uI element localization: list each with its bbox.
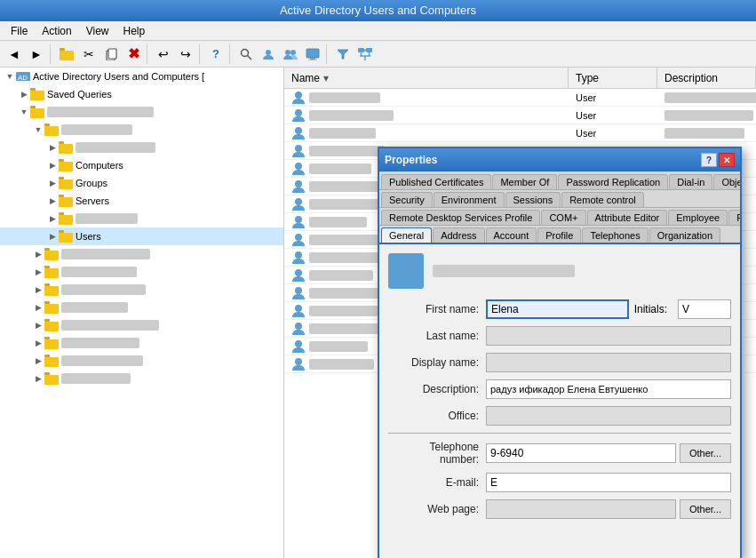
expand-extra8[interactable]: ▶ xyxy=(32,372,44,385)
undo-btn[interactable]: ↩ xyxy=(153,44,174,65)
tree-sub2[interactable]: ▶ xyxy=(0,139,283,156)
tab-account[interactable]: Account xyxy=(486,227,537,243)
expand-domain[interactable]: ▼ xyxy=(18,106,30,118)
forward-btn[interactable]: ► xyxy=(26,44,47,65)
tree-extra7[interactable]: ▶ xyxy=(0,352,283,370)
expand-computers[interactable]: ▶ xyxy=(46,159,59,171)
telephone-input[interactable] xyxy=(486,443,676,463)
tab-remote-control[interactable]: Remote control xyxy=(561,192,644,207)
expand-servers[interactable]: ▶ xyxy=(46,195,59,207)
tree-domain[interactable]: ▼ xyxy=(0,103,283,121)
tab-general[interactable]: General xyxy=(381,227,432,244)
expand-extra3[interactable]: ▶ xyxy=(32,283,44,296)
last-name-input[interactable] xyxy=(486,326,731,346)
tree-sub1[interactable]: ▼ xyxy=(0,121,283,139)
webpage-other-btn[interactable]: Other... xyxy=(680,499,731,519)
tab-environment[interactable]: Environment xyxy=(434,192,505,207)
new-user-btn[interactable] xyxy=(258,44,279,65)
expand-sub3[interactable]: ▶ xyxy=(46,212,59,225)
tab-remote-desktop-profile[interactable]: Remote Desktop Services Profile xyxy=(381,210,540,225)
webpage-input[interactable] xyxy=(486,499,676,519)
tree-computers[interactable]: ▶ Computers xyxy=(0,156,283,174)
expand-extra2[interactable]: ▶ xyxy=(32,266,44,278)
new-computer-btn[interactable] xyxy=(302,44,323,65)
folder-btn[interactable] xyxy=(56,44,77,65)
tree-extra1[interactable]: ▶ xyxy=(0,245,283,263)
tree-extra2[interactable]: ▶ xyxy=(0,263,283,281)
cut-btn[interactable]: ✂ xyxy=(78,44,99,65)
help-btn[interactable]: ? xyxy=(205,44,227,65)
tab-com-plus[interactable]: COM+ xyxy=(541,210,585,225)
tab-sessions[interactable]: Sessions xyxy=(505,192,561,207)
expand-groups[interactable]: ▶ xyxy=(46,177,59,189)
telephone-other-btn[interactable]: Other... xyxy=(680,443,731,463)
list-item[interactable]: User xyxy=(284,107,756,124)
delete-btn[interactable]: ✖ xyxy=(123,44,144,65)
dialog-help-btn[interactable]: ? xyxy=(701,153,717,167)
search-btn[interactable] xyxy=(235,44,257,65)
copy-btn[interactable] xyxy=(100,44,122,65)
tree-extra8[interactable]: ▶ xyxy=(0,370,283,387)
tree-saved-queries[interactable]: ▶ Saved Queries xyxy=(0,85,283,103)
tab-dial-in[interactable]: Dial-in xyxy=(669,174,712,189)
tab-address[interactable]: Address xyxy=(433,227,484,243)
svg-point-65 xyxy=(295,234,302,241)
tab-employee[interactable]: Employee xyxy=(668,210,728,225)
svg-rect-39 xyxy=(59,233,73,243)
expand-sq[interactable]: ▶ xyxy=(18,88,30,100)
svg-point-5 xyxy=(242,49,249,56)
expand-extra7[interactable]: ▶ xyxy=(32,355,44,367)
tree-sub3[interactable]: ▶ xyxy=(0,210,283,227)
expand-extra5[interactable]: ▶ xyxy=(32,319,44,331)
expand-icon[interactable]: ▼ xyxy=(4,70,16,83)
expand-extra1[interactable]: ▶ xyxy=(32,248,44,260)
tree-groups[interactable]: ▶ Groups xyxy=(0,174,283,192)
tab-object[interactable]: Object xyxy=(713,174,740,189)
expand-extra6[interactable]: ▶ xyxy=(32,337,44,349)
initials-input[interactable] xyxy=(678,299,731,319)
tree-servers[interactable]: ▶ Servers xyxy=(0,192,283,210)
col-header-description[interactable]: Description xyxy=(657,68,756,88)
row1-desc xyxy=(657,91,756,104)
menu-action[interactable]: Action xyxy=(35,23,78,39)
col-header-name[interactable]: Name ▾ xyxy=(284,68,569,88)
display-name-input[interactable] xyxy=(486,353,731,372)
tree-extra5[interactable]: ▶ xyxy=(0,316,283,334)
tab-password-replication[interactable]: Password Replication xyxy=(558,174,668,189)
email-input[interactable] xyxy=(486,473,731,492)
expand-users[interactable]: ▶ xyxy=(46,230,59,243)
tree-extra4[interactable]: ▶ xyxy=(0,299,283,316)
expand-extra4[interactable]: ▶ xyxy=(32,301,44,314)
svg-point-58 xyxy=(295,109,302,116)
list-item[interactable]: User xyxy=(284,124,756,142)
tab-published-certificates[interactable]: Published Certificates xyxy=(381,174,491,189)
tab-profile[interactable]: Profile xyxy=(537,227,581,243)
tab-member-of[interactable]: Member Of xyxy=(492,174,557,189)
expand-sub1[interactable]: ▼ xyxy=(32,124,44,136)
first-name-input[interactable] xyxy=(486,299,629,319)
filter-btn[interactable] xyxy=(332,44,354,65)
office-input[interactable] xyxy=(486,406,731,426)
tree-extra3[interactable]: ▶ xyxy=(0,281,283,299)
tree-users[interactable]: ▶ Users xyxy=(0,227,283,245)
dialog-close-btn[interactable]: ✕ xyxy=(719,153,735,167)
back-btn[interactable]: ◄ xyxy=(4,44,25,65)
tree-extra6[interactable]: ▶ xyxy=(0,334,283,352)
expand-sub2[interactable]: ▶ xyxy=(46,141,59,154)
tab-photo[interactable]: Photo xyxy=(728,210,740,225)
tab-organization[interactable]: Organization xyxy=(649,227,720,243)
tab-security[interactable]: Security xyxy=(381,192,433,207)
list-item[interactable]: User xyxy=(284,89,756,107)
redo-btn[interactable]: ↪ xyxy=(175,44,196,65)
menu-help[interactable]: Help xyxy=(116,23,153,39)
title-bar: Active Directory Users and Computers xyxy=(0,0,756,21)
col-header-type[interactable]: Type xyxy=(569,68,657,88)
connect-btn[interactable] xyxy=(354,44,376,65)
new-group-btn[interactable] xyxy=(280,44,301,65)
tab-attribute-editor[interactable]: Attribute Editor xyxy=(587,210,668,225)
menu-view[interactable]: View xyxy=(79,23,116,39)
tab-telephones[interactable]: Telephones xyxy=(582,227,648,243)
tree-root[interactable]: ▼ AD Active Directory Users and Computer… xyxy=(0,68,283,85)
menu-file[interactable]: File xyxy=(4,23,35,39)
description-input[interactable] xyxy=(486,379,731,399)
